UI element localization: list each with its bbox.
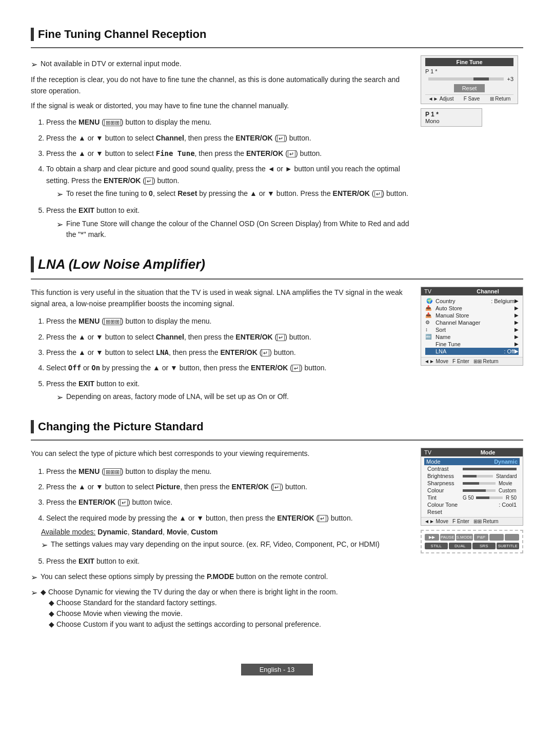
step-4: To obtain a sharp and clear picture and … xyxy=(46,163,410,201)
tint-left: G 50 xyxy=(463,495,474,501)
colourtone-value: : Cool1 xyxy=(499,502,517,508)
fine-tune-footer-save: F Save xyxy=(464,96,480,102)
picture-step-5: Press the EXIT button to exit. xyxy=(46,555,410,567)
autostore-icon: 📥 xyxy=(425,305,433,311)
brightness-fill xyxy=(463,475,477,478)
picture-text: You can select the type of picture which… xyxy=(31,448,410,632)
mode-row-mode: Mode Dynamic xyxy=(424,458,520,465)
brightness-bar xyxy=(463,475,493,478)
channel-p-label: P 1 * xyxy=(425,111,478,118)
section-divider-picture xyxy=(31,440,523,441)
lna-intro: This function is very useful in the situ… xyxy=(31,287,410,310)
remote-btn-dual: DUAL xyxy=(449,543,472,549)
tint-label: Tint xyxy=(427,494,461,501)
section-divider xyxy=(31,47,523,48)
remote-btn-srs: SRS xyxy=(472,543,496,549)
fine-tune-ui: Fine Tune P 1 * +3 Reset ◄► Adjust F Sav… xyxy=(421,55,523,244)
picture-step-4: Select the required mode by pressing the… xyxy=(46,512,410,524)
manualstore-icon: 📥 xyxy=(425,312,433,318)
manager-arrow: ▶ xyxy=(515,320,519,325)
standard-note-text: ◆ Choose Standard for the standard facto… xyxy=(49,599,217,607)
channel-row-name: 🔤 Name ▶ xyxy=(425,333,519,341)
available-modes-label: Available modes: xyxy=(41,528,95,536)
custom-note-text: ◆ Choose Custom if you want to adjust th… xyxy=(49,620,321,628)
lna-step-5-note-text: Depending on areas, factory mode of LNA,… xyxy=(66,391,289,402)
brightness-extra: Standard xyxy=(496,473,517,479)
channel-row-finetune: Fine Tune ▶ xyxy=(425,341,519,348)
mode-row-brightness: Brightness Standard xyxy=(424,472,520,480)
fine-tune-footer: ◄► Adjust F Save ⊞ Return xyxy=(425,94,513,102)
colour-bar xyxy=(463,489,496,492)
remote-grid-row2: STILL DUAL SRS SUBTITLE xyxy=(425,543,519,549)
tint-bar xyxy=(476,496,503,499)
section-title-picture: Changing the Picture Standard xyxy=(38,420,204,433)
step-5-note-text: Fine Tune Store will change the colour o… xyxy=(66,218,410,240)
remote-grid-row1: ▶▶ PAUSE S.MODE P&P xyxy=(425,534,519,541)
lna-note-arrow: ➢ xyxy=(56,391,63,404)
channel-row-country: 🌍 Country : Belgium ▶ xyxy=(425,297,519,305)
section-header-lna: LNA (Low Noise Amplifier) xyxy=(31,256,523,272)
lna-text: This function is very useful in the situ… xyxy=(31,287,410,408)
colour-label: Colour xyxy=(427,487,461,493)
fine-tuning-intro1: If the reception is clear, you do not ha… xyxy=(31,74,410,97)
fine-tune-title: Fine Tune xyxy=(425,58,513,66)
channel-tv-label: TV xyxy=(424,288,456,294)
country-value: : Belgium xyxy=(491,298,515,304)
picture-dynamic-note: ➢ ◆ Choose Dynamic for viewing the TV du… xyxy=(31,587,410,630)
note-arrow: ➢ xyxy=(31,58,37,71)
manager-icon: ⚙ xyxy=(425,320,433,325)
channel-footer-move: ◄► Move xyxy=(424,359,448,364)
section-bar-picture xyxy=(31,420,34,433)
colourtone-label: Colour Tone xyxy=(427,502,458,508)
tint-right: R 50 xyxy=(506,495,517,501)
lna-arrow: ▶ xyxy=(515,348,519,354)
sharpness-extra: Movie xyxy=(499,481,517,486)
channel-row-sort: ↕ Sort ▶ xyxy=(425,326,519,333)
remote-btn-pp: P&P xyxy=(474,534,488,541)
section-picture-standard: Changing the Picture Standard You can se… xyxy=(31,420,523,632)
page-label: English - 13 xyxy=(241,664,313,675)
lna-step-5-note: ➢ Depending on areas, factory mode of LN… xyxy=(56,391,410,404)
channel-ui: TV Channel 🌍 Country : Belgium ▶ 📥 Auto … xyxy=(421,287,523,408)
picture-step5-list: Press the EXIT button to exit. xyxy=(46,555,410,567)
note-arrow2: ➢ xyxy=(56,188,63,201)
mode-header-label: Mode xyxy=(456,449,520,455)
channel-header-label: Channel xyxy=(456,288,520,294)
name-label: Name xyxy=(436,334,515,340)
channel-row-lna: LNA : Off ▶ xyxy=(425,348,519,355)
fine-tune-value: +3 xyxy=(507,76,513,82)
picture-note-arrow: ➢ xyxy=(41,539,48,551)
fine-tuning-content: ➢ Not available in DTV or external input… xyxy=(31,55,523,244)
lna-row-label: LNA xyxy=(436,348,504,354)
mode-label: Mode xyxy=(426,459,494,465)
colour-fill xyxy=(463,489,486,492)
picture-ui-column: TV Mode Mode Dynamic Contrast xyxy=(421,448,523,632)
fine-tune-reset: Reset xyxy=(454,84,485,92)
autostore-label: Auto Store xyxy=(436,305,515,311)
manager-label: Channel Manager xyxy=(436,320,515,326)
channel-row-manualstore: 📥 Manual Store ▶ xyxy=(425,312,519,319)
picture-intro: You can select the type of picture which… xyxy=(31,448,410,459)
country-icon: 🌍 xyxy=(425,298,433,304)
manualstore-arrow: ▶ xyxy=(515,312,519,318)
section-lna: LNA (Low Noise Amplifier) This function … xyxy=(31,256,523,408)
fine-tune-footer-return: ⊞ Return xyxy=(490,96,511,102)
step-2: Press the ▲ or ▼ button to select Channe… xyxy=(46,132,410,144)
lna-content: This function is very useful in the situ… xyxy=(31,287,523,408)
section-title-lna: LNA (Low Noise Amplifier) xyxy=(38,256,205,272)
note-text: Not available in DTV or external input m… xyxy=(41,58,182,69)
mode-reset-label: Reset xyxy=(427,509,442,515)
sharpness-fill xyxy=(463,482,479,485)
fine-tune-p-label: P 1 * xyxy=(425,68,513,74)
available-modes: Available modes: Dynamic, Standard, Movi… xyxy=(41,528,410,536)
remote-btn-pause: PAUSE xyxy=(440,534,455,541)
fine-tune-slider xyxy=(428,77,504,81)
contrast-bar xyxy=(463,468,517,470)
section-bar-lna xyxy=(31,256,34,272)
section-bar xyxy=(31,28,34,41)
pmode-note-text: You can select these options simply by p… xyxy=(41,571,328,582)
sharpness-label: Sharpness xyxy=(427,480,461,486)
step-3: Press the ▲ or ▼ button to select Fine T… xyxy=(46,148,410,159)
lna-steps: Press the MENU (⊞⊞⊞) button to display t… xyxy=(46,315,410,404)
channel-footer-return: ⊞⊞ Return xyxy=(473,359,499,364)
